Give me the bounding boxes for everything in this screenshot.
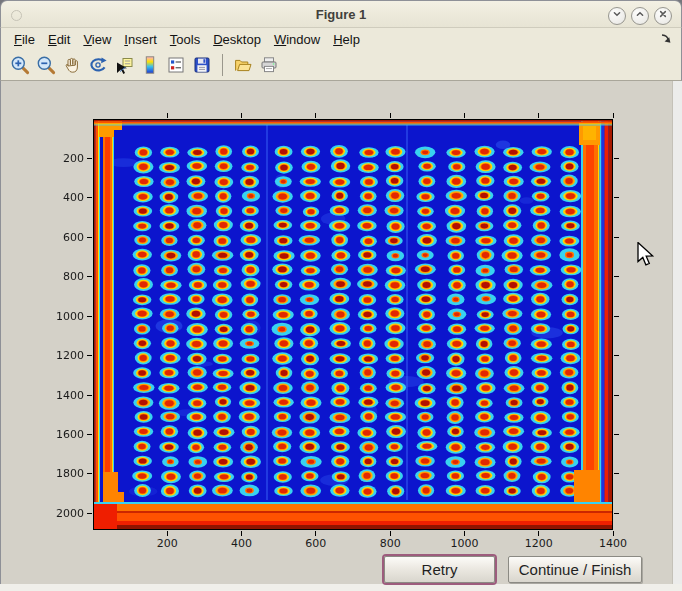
x-tick-label: 800 [368,537,412,550]
colorbar-icon[interactable] [139,54,161,76]
y-tick-right [614,197,619,198]
rotate-3d-icon[interactable] [87,54,109,76]
y-tick-label: 2000 [38,507,84,520]
y-tick [87,473,92,474]
x-tick [464,531,465,536]
chevron-down-icon [610,7,624,25]
x-tick-top [464,113,465,118]
y-tick-label: 1200 [38,349,84,362]
window-frame-bottom [0,584,682,591]
menu-item-tools[interactable]: Tools [170,32,200,47]
menu-item-insert[interactable]: Insert [124,32,157,47]
y-tick-right [614,473,619,474]
window-controls [608,7,672,25]
y-tick-label: 1800 [38,467,84,480]
y-tick [87,395,92,396]
menu-item-file[interactable]: File [14,32,35,47]
y-tick-right [614,276,619,277]
y-tick-right [614,237,619,238]
y-tick-right [614,513,619,514]
y-tick-label: 600 [38,231,84,244]
title-bar[interactable]: Figure 1 [0,0,682,28]
zoom-out-icon[interactable] [35,54,57,76]
x-tick [538,531,539,536]
y-tick [87,316,92,317]
close-icon [656,7,670,25]
x-tick-top [241,113,242,118]
menu-item-desktop[interactable]: Desktop [213,32,261,47]
y-tick-right [614,395,619,396]
minimize-button[interactable] [608,7,626,25]
pan-icon[interactable] [61,54,83,76]
menu-items: FileEditViewInsertToolsDesktopWindowHelp [14,32,373,47]
figure-toolbar [0,50,682,81]
x-tick-label: 1400 [591,537,635,550]
microarray-heatmap-image[interactable] [94,120,612,529]
x-tick [390,531,391,536]
data-cursor-icon[interactable] [113,54,135,76]
retry-button[interactable]: Retry [384,556,495,583]
menu-item-edit[interactable]: Edit [48,32,70,47]
window-title: Figure 1 [1,1,681,29]
y-tick-right [614,316,619,317]
x-tick-label: 1200 [517,537,561,550]
y-tick-label: 1000 [38,310,84,323]
legend-icon[interactable] [165,54,187,76]
menu-item-view[interactable]: View [83,32,111,47]
zoom-in-icon[interactable] [9,54,31,76]
y-tick-label: 800 [38,270,84,283]
y-tick-label: 1400 [38,389,84,402]
x-tick [241,531,242,536]
y-tick-right [614,158,619,159]
y-tick-label: 1600 [38,428,84,441]
x-tick-label: 400 [220,537,264,550]
menu-item-window[interactable]: Window [274,32,320,47]
menu-item-help[interactable]: Help [333,32,360,47]
continue-finish-button[interactable]: Continue / Finish [508,556,642,583]
chevron-up-icon [633,7,647,25]
y-tick-right [614,434,619,435]
x-tick-top [390,113,391,118]
y-tick-label: 200 [38,152,84,165]
y-tick-right [614,355,619,356]
y-tick [87,276,92,277]
y-tick [87,513,92,514]
y-tick [87,237,92,238]
y-tick [87,355,92,356]
x-tick-top [538,113,539,118]
menu-bar: FileEditViewInsertToolsDesktopWindowHelp [0,28,682,50]
x-tick-label: 200 [145,537,189,550]
x-tick [613,531,614,536]
x-tick-label: 1000 [442,537,486,550]
toolbar-separator [222,54,223,76]
save-icon[interactable] [191,54,213,76]
dock-figure-icon[interactable] [659,32,673,49]
print-icon[interactable] [258,54,280,76]
x-tick-label: 600 [294,537,338,550]
x-tick [315,531,316,536]
maximize-button[interactable] [631,7,649,25]
y-tick [87,434,92,435]
y-tick-label: 400 [38,191,84,204]
close-button[interactable] [654,7,672,25]
open-icon[interactable] [232,54,254,76]
x-tick-top [315,113,316,118]
toolbar-buttons [9,54,280,76]
window-frame-right [672,81,682,591]
y-tick [87,158,92,159]
x-tick-top [167,113,168,118]
y-tick [87,197,92,198]
x-tick [167,531,168,536]
x-tick-top [613,113,614,118]
